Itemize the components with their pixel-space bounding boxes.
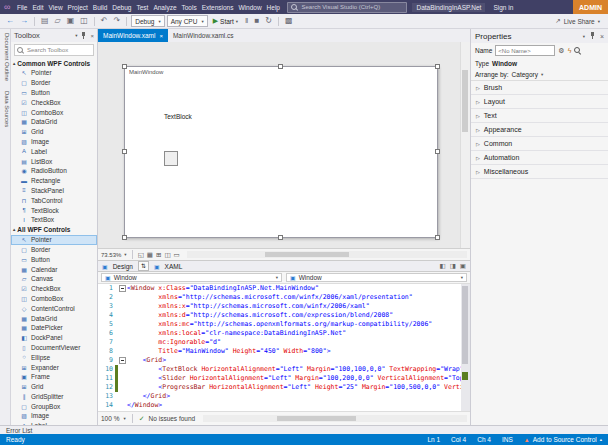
configuration-dropdown[interactable]: Debug▾ xyxy=(131,15,164,27)
toolbox-item-textblock[interactable]: ¶TextBlock xyxy=(11,205,97,215)
property-category-common[interactable]: ▷Common xyxy=(471,137,608,151)
menu-edit[interactable]: Edit xyxy=(30,4,46,11)
start-debugging-button[interactable]: ▶ Start ▾ xyxy=(210,17,241,25)
restart-icon[interactable]: ↻ xyxy=(263,17,274,25)
toolbox-item-checkbox[interactable]: ☑CheckBox xyxy=(11,284,97,294)
toolbox-item-groupbox[interactable]: ▢GroupBox xyxy=(11,401,97,411)
property-category-appearance[interactable]: ▷Appearance xyxy=(471,123,608,137)
arrange-by-dropdown[interactable]: Category xyxy=(512,71,538,78)
designer-vertical-scrollbar[interactable] xyxy=(460,42,470,248)
code-line[interactable]: 12 <ProgressBar HorizontalAlignment="Lef… xyxy=(98,383,470,392)
toolbox-item-contentcontrol[interactable]: ◇ContentControl xyxy=(11,303,97,313)
resize-handle[interactable] xyxy=(435,149,440,154)
save-all-icon[interactable]: ◫ xyxy=(78,17,90,25)
scrollbar-thumb[interactable] xyxy=(462,70,468,132)
toolbox-item-border[interactable]: ▢Border xyxy=(11,245,97,255)
menu-project[interactable]: Project xyxy=(65,4,90,11)
menu-view[interactable]: View xyxy=(46,4,65,11)
toolbox-item-textbox[interactable]: ITextBox xyxy=(11,215,97,225)
toolbox-item-pointer[interactable]: ↖Pointer xyxy=(11,235,97,245)
add-to-source-control-button[interactable]: ▲ Add to Source Control ▴ xyxy=(524,436,602,443)
close-icon[interactable]: × xyxy=(90,33,94,39)
code-line[interactable]: 13 </Grid> xyxy=(98,392,470,401)
code-line[interactable]: 2 xmlns="http://schemas.microsoft.com/wi… xyxy=(98,293,470,302)
menu-extensions[interactable]: Extensions xyxy=(199,4,236,11)
undo-icon[interactable]: ↶ xyxy=(99,17,110,25)
code-line[interactable]: 8 Title="MainWindow" Height="450" Width=… xyxy=(98,347,470,356)
editor-zoom-dropdown[interactable]: 100 % xyxy=(101,415,119,422)
artboard-background-icon[interactable]: ▭ xyxy=(174,251,180,259)
toolbox-item-radiobutton[interactable]: ◉RadioButton xyxy=(11,166,97,176)
toolbox-item-calendar[interactable]: ▦Calendar xyxy=(11,264,97,274)
code-line[interactable]: 6 xmlns:local="clr-namespace:DataBinding… xyxy=(98,329,470,338)
redo-icon[interactable]: ↷ xyxy=(112,17,123,25)
code-line[interactable]: 10 <TextBlock HorizontalAlignment="Left"… xyxy=(98,365,470,374)
code-line[interactable]: 11 <Slider HorizontalAlignment="Left" Ma… xyxy=(98,374,470,383)
toolbox-item-border[interactable]: ▢Border xyxy=(11,78,97,88)
designer-slider[interactable] xyxy=(164,151,178,166)
code-line[interactable]: 1<Window x:Class="DataBindingInASP.Net.M… xyxy=(98,284,470,293)
close-icon[interactable]: × xyxy=(159,33,163,39)
element-dropdown-right[interactable]: ▣ Window ▾ xyxy=(286,273,467,282)
side-tab-data-sources[interactable]: Data Sources xyxy=(1,91,10,127)
close-icon[interactable]: × xyxy=(600,33,604,40)
property-category-automation[interactable]: ▷Automation xyxy=(471,151,608,165)
xaml-designer-surface[interactable]: MainWindow TextBlock xyxy=(98,42,470,248)
code-line[interactable]: 14</Window> xyxy=(98,401,470,410)
editor-horizontal-scrollbar[interactable] xyxy=(203,415,467,422)
new-project-icon[interactable]: ▤ xyxy=(39,17,51,25)
property-category-brush[interactable]: ▷Brush xyxy=(471,81,608,95)
snap-guides-icon[interactable]: ◫ xyxy=(164,251,170,259)
snap-grid-icon[interactable]: ⊞ xyxy=(156,251,161,259)
collapse-region-icon[interactable] xyxy=(119,357,126,364)
live-share-button[interactable]: ↗ Live Share ▾ xyxy=(555,17,608,25)
resize-handle[interactable] xyxy=(122,235,127,240)
toolbox-item-canvas[interactable]: ▱Canvas xyxy=(11,274,97,284)
fit-selection-icon[interactable]: ◱ xyxy=(138,251,144,259)
toolbox-item-datagrid[interactable]: ▦DataGrid xyxy=(11,117,97,127)
toolbox-item-datepicker[interactable]: ▦DatePicker xyxy=(11,323,97,333)
resize-handle[interactable] xyxy=(122,64,127,69)
designer-horizontal-scrollbar[interactable] xyxy=(187,251,467,258)
chevron-down-icon[interactable]: ▾ xyxy=(75,33,77,38)
split-vertical-icon[interactable]: ◧ xyxy=(440,262,446,270)
resize-handle[interactable] xyxy=(435,64,440,69)
toolbox-item-grid[interactable]: ⊞Grid xyxy=(11,127,97,137)
toolbox-item-combobox[interactable]: ◫ComboBox xyxy=(11,294,97,304)
property-category-layout[interactable]: ▷Layout xyxy=(471,95,608,109)
design-view-button[interactable]: Design xyxy=(113,263,133,270)
expand-pane-icon[interactable]: ▣ xyxy=(460,262,466,270)
menu-tools[interactable]: Tools xyxy=(179,4,199,11)
split-horizontal-icon[interactable]: ◨ xyxy=(450,262,456,270)
toolbox-item-datagrid[interactable]: ▦DataGrid xyxy=(11,313,97,323)
menu-help[interactable]: Help xyxy=(264,4,282,11)
resize-handle[interactable] xyxy=(122,149,127,154)
toolbox-item-dockpanel[interactable]: ◧DockPanel xyxy=(11,333,97,343)
toolbox-item-pointer[interactable]: ↖Pointer xyxy=(11,68,97,78)
code-line[interactable]: 3 xmlns:x="http://schemas.microsoft.com/… xyxy=(98,302,470,311)
element-dropdown-left[interactable]: ▣ Window ▾ xyxy=(101,273,282,282)
toolbox-item-ellipse[interactable]: ○Ellipse xyxy=(11,352,97,362)
toolbox-section-header[interactable]: ▴Common WPF Controls xyxy=(11,58,97,68)
toolbox-item-gridsplitter[interactable]: ∥GridSplitter xyxy=(11,392,97,402)
navigate-forward-icon[interactable]: → xyxy=(18,17,30,25)
toolbox-item-button[interactable]: ▭Button xyxy=(11,254,97,264)
menu-debug[interactable]: Debug xyxy=(110,4,134,11)
toolbox-item-label[interactable]: ALabel xyxy=(11,146,97,156)
property-category-text[interactable]: ▷Text xyxy=(471,109,608,123)
toolbox-item-image[interactable]: ▨Image xyxy=(11,137,97,147)
scrollbar-thumb[interactable] xyxy=(462,286,468,364)
toolbox-item-image[interactable]: ▨Image xyxy=(11,411,97,421)
find-in-files-icon[interactable]: ▩ xyxy=(283,17,295,25)
resize-handle[interactable] xyxy=(278,235,283,240)
platform-dropdown[interactable]: Any CPU▾ xyxy=(167,15,208,27)
toolbox-item-grid[interactable]: ⊞Grid xyxy=(11,382,97,392)
xaml-view-button[interactable]: XAML xyxy=(165,263,183,270)
properties-view-icon[interactable]: ⚙ xyxy=(558,47,564,55)
toolbox-item-combobox[interactable]: ◫ComboBox xyxy=(11,107,97,117)
tab-mainwindow-xaml[interactable]: MainWindow.xaml × xyxy=(98,29,168,42)
side-tab-document-outline[interactable]: Document Outline xyxy=(1,33,10,81)
pin-icon[interactable] xyxy=(80,32,87,40)
toolbox-item-tabcontrol[interactable]: ⊓TabControl xyxy=(11,195,97,205)
tab-mainwindow-xaml-cs[interactable]: MainWindow.xaml.cs xyxy=(168,29,239,42)
